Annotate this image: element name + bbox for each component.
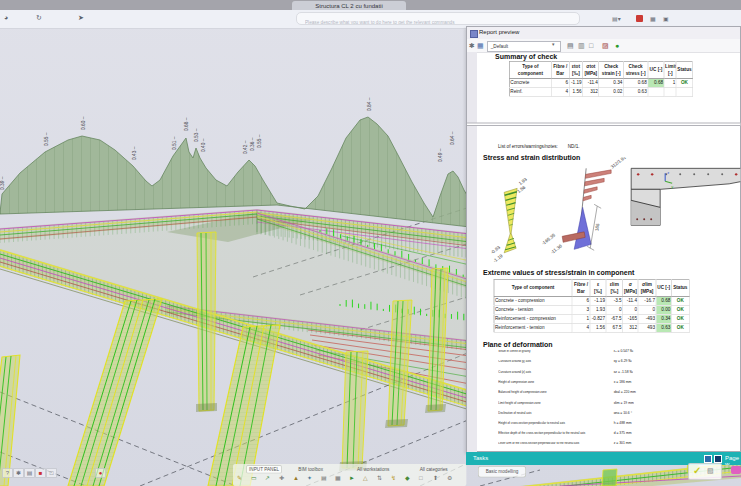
view-icon[interactable]: ◕ bbox=[4, 14, 8, 21]
basic-modelling-dropdown[interactable]: Basic modelling bbox=[478, 466, 526, 477]
column-header: Checkstrain [-] bbox=[599, 62, 623, 79]
plane-row-label: Height of compression zone bbox=[498, 381, 534, 384]
plane-row-value: κy = 6.29 ‰ bbox=[614, 360, 632, 363]
tasks-label: Tasks bbox=[473, 455, 488, 461]
check-value-label: 0.42 – bbox=[243, 140, 248, 154]
check-value-label: 0.36 – bbox=[250, 137, 255, 151]
table-row: Reinforcement - compression1-0.827-67.5-… bbox=[494, 314, 689, 323]
pointer-icon[interactable]: ➤ bbox=[78, 14, 84, 22]
column-header: ε[‰] bbox=[590, 280, 606, 297]
bim-toolbox-dropdown[interactable]: BIM toolbox bbox=[298, 467, 323, 472]
blank-icon[interactable]: □ bbox=[46, 468, 57, 478]
check-value-label: 0.39 – bbox=[0, 176, 5, 190]
column-header: Checkstress [-] bbox=[623, 62, 647, 79]
tool-icon[interactable]: □ bbox=[419, 475, 423, 482]
image-icon[interactable]: ▨ bbox=[602, 41, 609, 50]
plane-row-value: d = 375 mm bbox=[614, 431, 632, 434]
lock-icon[interactable]: ▧ bbox=[707, 467, 714, 475]
errors-value: ND/1. bbox=[568, 144, 580, 149]
confirm-card[interactable]: ✓ ▧ bbox=[688, 463, 722, 480]
tool-icon[interactable]: ✎ bbox=[237, 475, 242, 482]
help-icon[interactable]: ? bbox=[2, 468, 13, 478]
column-header: εlim[‰] bbox=[606, 280, 623, 297]
table-row: Concrete - compression6-1.19-3.5-11.4-16… bbox=[494, 296, 689, 305]
page-double-icon[interactable]: ▥ bbox=[578, 41, 585, 50]
report-icon bbox=[470, 30, 478, 38]
column-header: Status bbox=[671, 280, 689, 297]
record2-icon[interactable]: ● bbox=[95, 468, 106, 478]
plane-row-label: Limit height of compression zone bbox=[498, 401, 540, 404]
column-header: σtot[MPa] bbox=[583, 62, 599, 79]
tool-icon[interactable]: ▦ bbox=[335, 475, 341, 482]
chevron-down-icon: ▾ bbox=[552, 41, 555, 47]
tool-icon[interactable]: ⬆ bbox=[433, 475, 438, 482]
tool-icon[interactable]: ◆ bbox=[405, 475, 410, 482]
table-row: Concrete6-1.19-11.40.340.680.681OK bbox=[509, 78, 692, 87]
plane-row-label: Strain in centre of gravity bbox=[498, 350, 530, 353]
plane-row-value: xbal = 220 mm bbox=[614, 390, 636, 393]
tool-icon[interactable]: △ bbox=[363, 475, 368, 482]
table-row: Reinf.41.563120.020.63 bbox=[509, 87, 692, 96]
settings2-icon[interactable]: ✱ bbox=[13, 468, 24, 478]
extreme-values-table: Type of componentFibre /Barε[‰]εlim[‰]σ[… bbox=[494, 279, 690, 332]
settings-icon[interactable]: ✱ bbox=[469, 41, 475, 50]
record-icon[interactable] bbox=[636, 15, 643, 22]
grid-icon[interactable]: ▦ bbox=[650, 15, 656, 22]
report-profile-select[interactable]: _Default bbox=[487, 41, 561, 52]
tool-icon[interactable]: ⚙ bbox=[447, 475, 452, 482]
plane-row-value: x = 186 mm bbox=[614, 380, 632, 383]
tool-icon[interactable]: ↗ bbox=[265, 475, 270, 482]
report-toolbar: ✱ ▦ _Default ▾ ▤ ▥ □ ▨ ● bbox=[467, 39, 740, 53]
svg-text:-11.36: -11.36 bbox=[550, 243, 563, 255]
check-value-label: 0.40 – bbox=[201, 138, 206, 152]
plane-row-value: αna = 10.6 ° bbox=[614, 411, 632, 414]
window-icon-2[interactable] bbox=[714, 455, 722, 463]
svg-text:-1.19: -1.19 bbox=[492, 253, 504, 264]
close-view-icon[interactable]: ▣ bbox=[663, 15, 669, 22]
plane-row-label: Curvature around (z) axis bbox=[498, 370, 531, 373]
page-single-icon[interactable]: ▤ bbox=[567, 41, 574, 50]
check-icon[interactable]: ✓ bbox=[693, 465, 701, 476]
column-header: Type of component bbox=[494, 280, 572, 297]
window-icon-1[interactable] bbox=[704, 455, 712, 463]
cross-section-diagram: z y bbox=[631, 168, 740, 225]
tool-icon[interactable]: ✦ bbox=[307, 475, 312, 482]
plane-row-label: Height of cross-section perpendicular to… bbox=[498, 421, 565, 424]
command-line-input[interactable]: Please describe what you want to do here… bbox=[296, 12, 580, 25]
plane-row-label: Curvature around (y) axis bbox=[498, 360, 531, 363]
svg-text:-165.35: -165.35 bbox=[541, 232, 557, 246]
tool-icon[interactable]: ↯ bbox=[391, 475, 396, 482]
extreme-heading: Extreme values of stress/strain in compo… bbox=[483, 269, 634, 277]
title-bar: Structura CL 2 cu fundatii bbox=[0, 0, 741, 10]
book-icon[interactable]: ▤ bbox=[24, 468, 35, 478]
chart-icon[interactable]: ▦ bbox=[477, 41, 484, 50]
plane-row-label: Balanced height of compression zone bbox=[498, 391, 546, 394]
input-panel: INPUT PANEL BIM toolbox All workstations… bbox=[233, 464, 466, 486]
summary-heading: Summary of check bbox=[495, 52, 557, 60]
report-panel-title: Report preview bbox=[479, 29, 519, 35]
layout-icon[interactable]: ▤▾ bbox=[612, 15, 621, 22]
tool-icon[interactable]: ⇅ bbox=[377, 475, 382, 482]
tool-icon[interactable]: ▤ bbox=[321, 475, 327, 482]
check-value-label: 0.49 – bbox=[438, 148, 443, 162]
workstations-dropdown[interactable]: All workstations bbox=[357, 467, 389, 472]
page-new-icon[interactable]: □ bbox=[589, 41, 593, 50]
plane-row-value: z = 301 mm bbox=[614, 441, 632, 444]
stress-strain-diagrams: 1.93 1.56 -0.83 -1.19 312/1.91 bbox=[467, 157, 740, 270]
refresh-icon[interactable]: ● bbox=[615, 41, 619, 50]
tool-icon[interactable]: ► bbox=[349, 475, 355, 482]
document-tab[interactable]: Structura CL 2 cu fundatii bbox=[292, 1, 406, 10]
svg-text:1.56: 1.56 bbox=[516, 184, 526, 194]
tool-icon[interactable]: ▭ bbox=[251, 475, 257, 482]
column-header: Type ofcomponent bbox=[509, 62, 551, 79]
tool-icon[interactable]: ▲ bbox=[293, 475, 299, 482]
categories-dropdown[interactable]: All categories bbox=[420, 467, 448, 472]
stop-icon[interactable]: ■ bbox=[35, 468, 46, 478]
page-label: Page w bbox=[725, 455, 741, 465]
strain-diagram: 1.93 1.56 -0.83 -1.19 bbox=[490, 176, 528, 263]
svg-text:y: y bbox=[671, 184, 673, 189]
column-header: Fibre /Bar bbox=[572, 280, 590, 297]
tool-icon[interactable]: ✚ bbox=[279, 475, 284, 482]
column-header: σ[MPa] bbox=[623, 280, 638, 297]
sync-icon[interactable]: ↻ bbox=[36, 14, 42, 22]
